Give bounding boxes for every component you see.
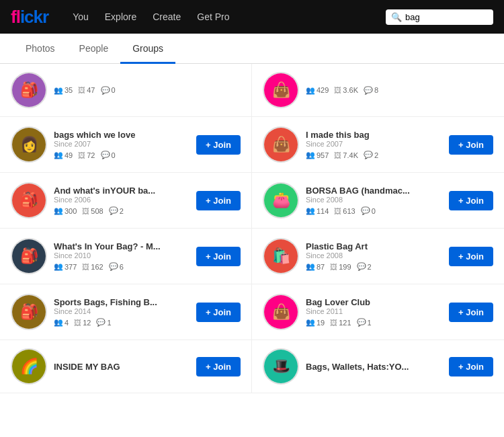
- comment-icon: 💬: [357, 318, 366, 327]
- comments-count: 2: [374, 151, 378, 159]
- comments-stat: 💬 2: [357, 262, 372, 271]
- group-since: Since 2007: [54, 140, 190, 148]
- comment-icon: 💬: [101, 151, 110, 159]
- tab-groups[interactable]: Groups: [120, 34, 175, 64]
- group-stats: 👥 19 🖼 121 💬 1: [306, 318, 442, 327]
- photo-icon: 🖼: [82, 263, 89, 271]
- photo-icon: 🖼: [82, 207, 89, 215]
- avatar: 👩: [11, 126, 47, 163]
- photos-stat: 🖼 12: [74, 319, 91, 327]
- people-icon: 👥: [306, 206, 315, 215]
- group-info: And what's inYOUR ba... Since 2006 👥 300…: [54, 186, 190, 215]
- avatar: 🎒: [11, 72, 47, 108]
- comments-count: 0: [372, 207, 376, 215]
- nav-you[interactable]: You: [65, 0, 97, 34]
- join-button[interactable]: + Join: [449, 247, 493, 266]
- join-button[interactable]: + Join: [196, 303, 241, 322]
- photos-stat: 🖼 7.4K: [334, 151, 358, 159]
- photos-count: 7.4K: [343, 151, 358, 159]
- partial-bottom-right: 🎩 Bags, Wallets, Hats:YO... + Join: [252, 340, 504, 393]
- partial-top-left: 🎒 👥 35 🖼 47 💬 0: [0, 64, 252, 116]
- partial-top-row: 🎒 👥 35 🖼 47 💬 0 👜: [0, 64, 504, 117]
- photos-count: 508: [91, 207, 103, 215]
- join-button[interactable]: + Join: [449, 357, 493, 376]
- group-name: INSIDE MY BAG: [54, 362, 190, 372]
- photos-stat: 🖼 3.6K: [334, 86, 358, 94]
- members-stat: 👥 87: [306, 262, 325, 271]
- nav-create[interactable]: Create: [144, 0, 189, 34]
- join-button[interactable]: + Join: [449, 135, 493, 155]
- photo-icon: 🖼: [330, 319, 337, 327]
- comments-stat: 💬 0: [101, 151, 116, 159]
- group-name: BORSA BAG (handmac...: [306, 186, 442, 196]
- group-stats: 👥 4 🖼 12 💬 1: [54, 318, 190, 327]
- avatar: 👜: [263, 294, 299, 330]
- photos-stat: 🖼 72: [78, 151, 95, 159]
- group-item: 👜 Bag Lover Club Since 2011 👥 19 🖼 121 💬…: [252, 284, 504, 340]
- avatar: 🌈: [11, 348, 47, 385]
- comments-stat: 💬 2: [364, 151, 378, 159]
- group-info: I made this bag Since 2007 👥 957 🖼 7.4K …: [306, 130, 442, 159]
- join-button[interactable]: + Join: [196, 135, 241, 155]
- nav-explore[interactable]: Explore: [97, 0, 144, 34]
- members-count: 4: [65, 319, 69, 327]
- join-button[interactable]: + Join: [449, 191, 493, 210]
- comments-count: 1: [107, 319, 111, 327]
- members-count: 19: [317, 319, 325, 327]
- group-item: 🎒 And what's inYOUR ba... Since 2006 👥 3…: [0, 173, 252, 229]
- comments-count: 2: [120, 207, 124, 215]
- members-stat: 👥 35: [54, 86, 73, 95]
- people-icon: 👥: [54, 318, 63, 327]
- join-button[interactable]: + Join: [196, 247, 241, 266]
- brand-logo[interactable]: flickr: [11, 7, 48, 28]
- group-stats: 👥 87 🖼 199 💬 2: [306, 262, 442, 271]
- comments-count: 0: [112, 151, 116, 159]
- navbar: flickr You Explore Create Get Pro 🔍: [0, 0, 504, 34]
- group-item: 🎒 Sports Bags, Fishing B... Since 2014 👥…: [0, 284, 252, 340]
- group-name: I made this bag: [306, 130, 442, 140]
- group-stats: 👥 957 🖼 7.4K 💬 2: [306, 151, 442, 159]
- members-count: 300: [65, 207, 77, 215]
- people-icon: 👥: [306, 262, 315, 271]
- photos-count: 72: [87, 151, 95, 159]
- members-count: 49: [65, 151, 73, 159]
- avatar: 👜: [263, 72, 299, 108]
- partial-top-left-stats: 👥 35 🖼 47 💬 0: [54, 86, 116, 95]
- tab-people[interactable]: People: [67, 34, 121, 64]
- people-icon: 👥: [54, 206, 63, 215]
- members-count: 114: [317, 207, 329, 215]
- people-icon: 👥: [306, 318, 315, 327]
- group-name: Bag Lover Club: [306, 297, 442, 307]
- avatar: 🎒: [11, 294, 47, 330]
- group-since: Since 2014: [54, 307, 190, 315]
- search-box: 🔍: [386, 9, 493, 25]
- group-stats: 👥 49 🖼 72 💬 0: [54, 151, 190, 159]
- group-since: Since 2007: [306, 140, 442, 148]
- comments-count: 6: [120, 263, 124, 271]
- photos-stat: 🖼 121: [330, 319, 351, 327]
- groups-grid: 👩 bags which we love Since 2007 👥 49 🖼 7…: [0, 117, 504, 340]
- comments-stat: 💬 1: [96, 318, 111, 327]
- members-stat: 👥 300: [54, 206, 77, 215]
- group-item: 👩 bags which we love Since 2007 👥 49 🖼 7…: [0, 117, 252, 173]
- join-button[interactable]: + Join: [449, 303, 493, 322]
- join-button[interactable]: + Join: [196, 357, 241, 376]
- comments-stat: 💬 0: [361, 206, 376, 215]
- partial-top-right: 👜 👥 429 🖼 3.6K 💬 8: [252, 64, 504, 116]
- group-since: Since 2008: [306, 251, 442, 260]
- nav-getpro[interactable]: Get Pro: [189, 0, 237, 34]
- content: 🎒 👥 35 🖼 47 💬 0 👜: [0, 64, 504, 393]
- photos-stat: 🖼 508: [82, 207, 103, 215]
- members-stat: 👥 377: [54, 262, 77, 271]
- members-stat: 👥 49: [54, 151, 73, 159]
- tabs-bar: Photos People Groups: [0, 34, 504, 64]
- photos-stat: 🖼 613: [334, 207, 355, 215]
- search-input[interactable]: [405, 12, 486, 22]
- people-icon: 👥: [54, 262, 63, 271]
- tab-photos[interactable]: Photos: [13, 34, 67, 64]
- partial-bottom-row: 🌈 INSIDE MY BAG + Join 🎩 Bags, Wallets, …: [0, 340, 504, 393]
- photos-count: 613: [343, 207, 355, 215]
- comment-icon: 💬: [96, 318, 106, 327]
- group-info: Sports Bags, Fishing B... Since 2014 👥 4…: [54, 297, 190, 327]
- join-button[interactable]: + Join: [196, 191, 241, 210]
